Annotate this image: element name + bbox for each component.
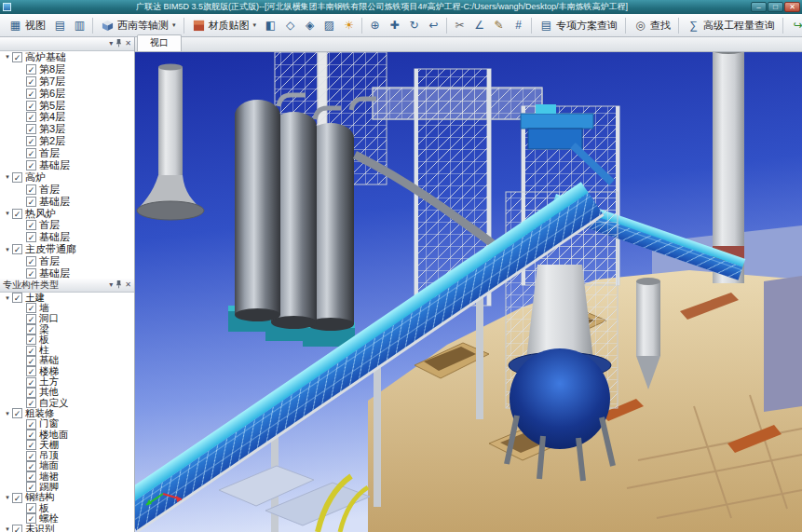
tree-item[interactable]: ✓基础	[0, 356, 134, 366]
checkbox[interactable]: ✓	[26, 148, 36, 158]
close-panel-icon[interactable]: ✕	[125, 39, 131, 48]
axis-grid-icon-button[interactable]: #	[509, 16, 528, 35]
flow-section-icon-button[interactable]: ▥	[70, 16, 89, 35]
pin-icon[interactable]	[116, 280, 122, 292]
measure-icon-button[interactable]: ∠	[469, 16, 489, 35]
export-button[interactable]: ↪ 导出 ▾	[786, 16, 802, 35]
tree-item[interactable]: ✓板	[0, 503, 134, 513]
expand-arrow-icon[interactable]: ▾	[3, 246, 12, 253]
checkbox[interactable]: ✓	[26, 256, 36, 266]
realistic-view-icon-button[interactable]: ▨	[319, 16, 339, 35]
maximize-button[interactable]: □	[768, 2, 783, 12]
material-dropdown[interactable]: 材质贴图 ▾	[187, 16, 262, 35]
checkbox[interactable]: ✓	[26, 124, 36, 134]
expand-arrow-icon[interactable]: ▾	[3, 525, 12, 532]
checkbox[interactable]: ✓	[26, 112, 36, 122]
checkbox[interactable]: ✓	[26, 430, 36, 440]
checkbox[interactable]: ✓	[26, 220, 36, 230]
close-button[interactable]: ✕	[784, 2, 800, 12]
shaded-view-icon-button[interactable]: ◧	[261, 16, 280, 35]
checkbox[interactable]: ✓	[26, 440, 36, 450]
checkbox[interactable]: ✓	[26, 419, 36, 430]
checkbox[interactable]: ✓	[26, 366, 36, 376]
tree-item[interactable]: ▾✓钢结构	[0, 493, 134, 503]
tree-item[interactable]: ✓第4层	[0, 111, 134, 123]
expand-arrow-icon[interactable]: ▾	[3, 294, 12, 302]
tree-item[interactable]: ✓柱	[0, 345, 134, 355]
tree-item[interactable]: ✓楼梯	[0, 366, 134, 376]
zoom-fit-icon-button[interactable]: ⊕	[365, 16, 385, 35]
model-tree-icon-button[interactable]: ▤	[50, 16, 70, 35]
wireframe-view-icon-button[interactable]: ◇	[280, 16, 300, 35]
tree-item[interactable]: ▾✓粗装修	[0, 408, 134, 418]
right-chimney[interactable]	[713, 52, 744, 283]
orbit-icon-button[interactable]: ↻	[404, 16, 424, 35]
pan-icon-button[interactable]: ✚	[385, 16, 404, 35]
tree-item[interactable]: ✓洞口	[0, 314, 134, 324]
stove-1[interactable]	[235, 100, 280, 321]
tree-item[interactable]: ✓第2层	[0, 135, 134, 147]
tree-item[interactable]: ✓第5层	[0, 100, 134, 112]
tree-item[interactable]: ✓吊顶	[0, 450, 134, 460]
checkbox[interactable]: ✓	[12, 293, 22, 303]
checkbox[interactable]: ✓	[26, 89, 36, 99]
tree-item[interactable]: ✓天棚	[0, 440, 134, 450]
checkbox[interactable]: ✓	[26, 388, 36, 398]
expand-arrow-icon[interactable]: ▾	[3, 494, 12, 501]
checkbox[interactable]: ✓	[26, 461, 36, 471]
tree-item[interactable]: ✓楼地面	[0, 430, 134, 440]
view-menu-button[interactable]: ▦ 视图	[4, 16, 50, 35]
minimize-button[interactable]: –	[751, 2, 767, 12]
tree-item[interactable]: ✓土方	[0, 376, 134, 387]
section-icon-button[interactable]: ✂	[450, 16, 469, 35]
tree-item[interactable]: ✓螺栓	[0, 513, 134, 524]
tree-item[interactable]: ✓墙面	[0, 461, 134, 471]
expand-arrow-icon[interactable]: ▾	[3, 410, 12, 417]
panel-menu-icon[interactable]: ▾	[109, 39, 113, 48]
checkbox[interactable]: ✓	[26, 314, 36, 324]
tree-item[interactable]: ▾✓高炉基础	[0, 51, 134, 63]
viewport-tab[interactable]: 视口	[137, 34, 182, 51]
checkbox[interactable]: ✓	[26, 334, 36, 345]
checkbox[interactable]: ✓	[26, 356, 36, 366]
expand-arrow-icon[interactable]: ▾	[3, 173, 12, 181]
3d-viewport[interactable]	[135, 52, 802, 532]
tree-item[interactable]: ✓基础层	[0, 159, 134, 171]
tree-item[interactable]: ✓第8层	[0, 63, 134, 75]
tree-item[interactable]: ✓第6层	[0, 88, 134, 100]
checkbox[interactable]: ✓	[26, 64, 36, 75]
checkbox[interactable]: ✓	[12, 408, 22, 418]
checkbox[interactable]: ✓	[26, 101, 36, 111]
checkbox[interactable]: ✓	[26, 451, 36, 461]
tree-item[interactable]: ✓踢脚	[0, 482, 134, 492]
tree-item[interactable]: ▾✓热风炉	[0, 208, 134, 220]
tree-item[interactable]: ✓第3层	[0, 123, 134, 135]
checkbox[interactable]: ✓	[12, 209, 22, 219]
checkbox[interactable]: ✓	[26, 197, 36, 207]
pin-icon[interactable]	[116, 38, 122, 50]
previous-view-icon-button[interactable]: ↩	[424, 16, 443, 35]
checkbox[interactable]: ✓	[26, 303, 36, 313]
tree-item[interactable]: ▾✓未识别	[0, 525, 134, 532]
checkbox[interactable]: ✓	[12, 52, 22, 62]
tree-item[interactable]: ▾✓主皮带通廊	[0, 243, 134, 255]
advanced-quantity-query-button[interactable]: ∑ 高级工程量查询	[682, 16, 780, 35]
checkbox[interactable]: ✓	[12, 172, 22, 183]
checkbox[interactable]: ✓	[26, 268, 36, 279]
markup-icon-button[interactable]: ✎	[489, 16, 509, 35]
expand-arrow-icon[interactable]: ▾	[3, 210, 12, 217]
tree-item[interactable]: ✓墙	[0, 303, 134, 313]
tree-item[interactable]: ✓自定义	[0, 398, 134, 408]
checkbox[interactable]: ✓	[12, 244, 22, 254]
panel-menu-icon[interactable]: ▾	[109, 280, 113, 290]
checkbox[interactable]: ✓	[12, 493, 22, 503]
tree-item[interactable]: ▾✓高炉	[0, 171, 134, 184]
find-button[interactable]: ◎ 查找	[629, 16, 675, 35]
tree-item[interactable]: ✓墙裙	[0, 471, 134, 482]
checkbox[interactable]: ✓	[26, 136, 36, 146]
special-plan-query-button[interactable]: ▤ 专项方案查询	[535, 16, 622, 35]
lighting-icon-button[interactable]: ☀	[339, 16, 359, 35]
checkbox[interactable]: ✓	[26, 76, 36, 87]
checkbox[interactable]: ✓	[26, 184, 36, 195]
axonometric-dropdown[interactable]: 西南等轴测 ▾	[96, 16, 181, 35]
